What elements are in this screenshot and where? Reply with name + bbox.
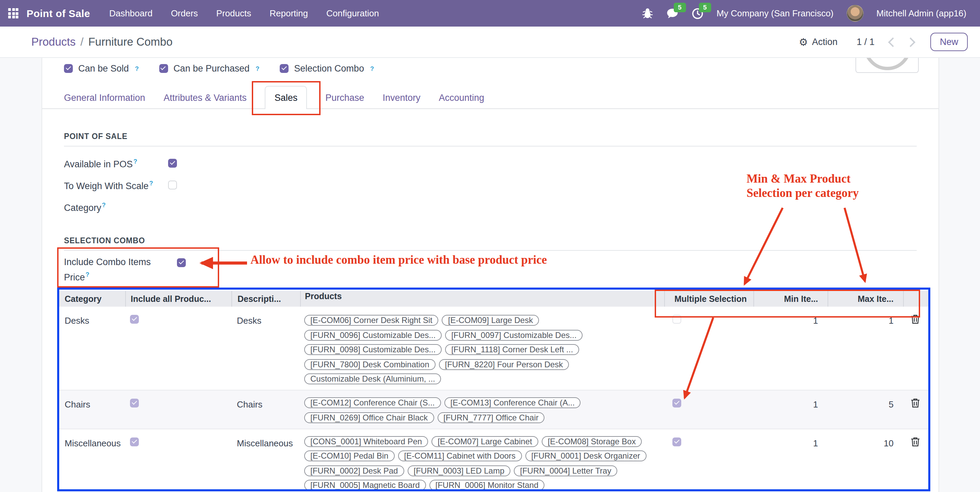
product-tag[interactable]: [CONS_0001] Whiteboard Pen (304, 436, 428, 447)
action-menu-button[interactable]: ⚙ Action (799, 37, 837, 47)
pager-next-icon[interactable] (906, 37, 915, 47)
product-tag[interactable]: [FURN_0006] Monitor Stand (430, 480, 545, 490)
product-tag[interactable]: [FURN_0004] Letter Tray (514, 465, 617, 476)
product-tag[interactable]: [FURN_0096] Customizable Des... (304, 329, 442, 340)
breadcrumb-controls: ⚙ Action 1 / 1 New (799, 33, 968, 51)
product-tag[interactable]: [FURN_8220] Four Person Desk (439, 359, 569, 370)
header-include-all-products[interactable]: Include all Produc... (125, 291, 231, 307)
cell-min-items[interactable]: 1 (753, 307, 827, 326)
app-name[interactable]: Point of Sale (27, 8, 90, 19)
messages-icon[interactable]: 5 (666, 7, 679, 19)
available-in-pos-label: Available in POS? (64, 158, 137, 169)
product-tag[interactable]: [FURN_7777] Office Chair (437, 412, 545, 423)
new-button[interactable]: New (930, 33, 968, 51)
page-title: Furniture Combo (88, 35, 172, 48)
menu-products[interactable]: Products (216, 8, 251, 18)
product-tag[interactable]: [E-COM11] Cabinet with Doors (398, 450, 522, 461)
to-weigh-checkbox[interactable] (168, 181, 177, 189)
product-tag[interactable]: [FURN_0001] Desk Organizer (525, 450, 646, 461)
product-tag[interactable]: [E-COM12] Conference Chair (S... (304, 397, 441, 408)
tab-accounting[interactable]: Accounting (439, 92, 484, 102)
selection-combo-section-title: SELECTION COMBO (64, 236, 917, 251)
can-be-purchased-field[interactable]: Can be Purchased? (159, 63, 259, 73)
include-all-checkbox[interactable] (130, 315, 139, 324)
menu-dashboard[interactable]: Dashboard (109, 8, 153, 18)
user-avatar[interactable] (846, 5, 864, 22)
activities-badge: 5 (699, 2, 711, 12)
header-products[interactable]: Products (300, 291, 664, 307)
header-max-items[interactable]: Max Ite... (827, 291, 903, 307)
cell-products[interactable]: [E-COM06] Corner Desk Right Sit[E-COM09]… (300, 307, 664, 390)
multiple-selection-checkbox[interactable] (672, 399, 681, 407)
product-tag[interactable]: [FURN_0002] Desk Pad (304, 465, 404, 476)
include-all-checkbox[interactable] (130, 399, 139, 407)
trash-icon[interactable] (911, 314, 920, 324)
cell-category[interactable]: Chairs (59, 390, 125, 409)
tab-general-information[interactable]: General Information (64, 92, 145, 102)
multiple-selection-checkbox[interactable] (672, 437, 681, 446)
cell-min-items[interactable]: 1 (753, 390, 827, 409)
table-row-desks[interactable]: Desks Desks [E-COM06] Corner Desk Right … (59, 307, 928, 390)
can-be-sold-checkbox[interactable] (64, 64, 73, 73)
product-tag[interactable]: [FURN_0098] Customizable Des... (304, 344, 442, 355)
product-tag[interactable]: Customizable Desk (Aluminium, ... (304, 374, 441, 384)
apps-grid-icon[interactable] (8, 8, 18, 18)
header-min-items[interactable]: Min Ite... (753, 291, 827, 307)
multiple-selection-checkbox[interactable] (672, 315, 681, 324)
product-tag[interactable]: [E-COM07] Large Cabinet (431, 436, 538, 447)
cell-products[interactable]: [E-COM12] Conference Chair (S...[E-COM13… (300, 390, 664, 428)
header-description[interactable]: Descripti... (231, 291, 300, 307)
debug-bug-icon[interactable] (642, 8, 653, 19)
user-menu[interactable]: Mitchell Admin (app16) (877, 8, 966, 18)
cell-max-items[interactable]: 10 (827, 429, 903, 448)
cell-description[interactable]: Miscellaneous (231, 429, 300, 448)
product-tag[interactable]: [FURN_0005] Magnetic Board (304, 480, 426, 490)
product-tag[interactable]: [E-COM13] Conference Chair (A... (444, 397, 581, 408)
table-row-chairs[interactable]: Chairs Chairs [E-COM12] Conference Chair… (59, 390, 928, 428)
product-tag[interactable]: [FURN_0269] Office Chair Black (304, 412, 434, 423)
tab-attributes-variants[interactable]: Attributes & Variants (164, 92, 247, 102)
product-tag[interactable]: [FURN_1118] Corner Desk Left ... (445, 344, 579, 355)
include-combo-items-price-checkbox[interactable] (177, 258, 186, 267)
can-be-sold-field[interactable]: Can be Sold? (64, 63, 139, 73)
trash-icon[interactable] (911, 436, 920, 447)
tab-inventory[interactable]: Inventory (382, 92, 420, 102)
cell-category[interactable]: Desks (59, 307, 125, 326)
cell-max-items[interactable]: 1 (827, 307, 903, 326)
tab-purchase[interactable]: Purchase (325, 92, 364, 102)
selection-combo-field[interactable]: Selection Combo? (280, 63, 374, 73)
breadcrumb-separator: / (80, 35, 83, 48)
product-tag[interactable]: [FURN_0003] LED Lamp (407, 465, 511, 476)
breadcrumb-products-link[interactable]: Products (31, 35, 76, 48)
product-tag[interactable]: [FURN_7800] Desk Combination (304, 359, 436, 370)
header-category[interactable]: Category (59, 291, 125, 307)
pager-previous-icon[interactable] (888, 37, 898, 47)
can-be-purchased-checkbox[interactable] (159, 64, 168, 73)
table-row-miscellaneous[interactable]: Miscellaneous Miscellaneous [CONS_0001] … (59, 428, 928, 491)
product-tag[interactable]: [FURN_0097] Customizable Des... (445, 329, 582, 340)
menu-configuration[interactable]: Configuration (326, 8, 379, 18)
product-tag[interactable]: [E-COM09] Large Desk (442, 315, 539, 326)
cell-products[interactable]: [CONS_0001] Whiteboard Pen[E-COM07] Larg… (300, 429, 664, 491)
combo-lines-table: Category Include all Produc... Descripti… (59, 291, 928, 491)
available-in-pos-checkbox[interactable] (168, 159, 177, 168)
cell-min-items[interactable]: 1 (753, 429, 827, 448)
tab-sales[interactable]: Sales (265, 86, 307, 109)
activities-clock-icon[interactable]: 5 (692, 7, 704, 19)
cell-description[interactable]: Desks (231, 307, 300, 326)
company-switcher[interactable]: My Company (San Francisco) (717, 8, 834, 18)
menu-reporting[interactable]: Reporting (269, 8, 308, 18)
product-tag[interactable]: [E-COM06] Corner Desk Right Sit (304, 315, 439, 326)
include-all-checkbox[interactable] (130, 437, 139, 446)
trash-icon[interactable] (911, 398, 920, 408)
product-tag[interactable]: [E-COM08] Storage Box (542, 436, 642, 447)
menu-orders[interactable]: Orders (171, 8, 198, 18)
cell-description[interactable]: Chairs (231, 390, 300, 409)
product-image-placeholder[interactable] (856, 58, 919, 73)
header-multiple-selection[interactable]: Multiple Selection (664, 291, 753, 307)
cell-max-items[interactable]: 5 (827, 390, 903, 409)
cell-category[interactable]: Miscellaneous (59, 429, 125, 448)
product-tag[interactable]: [E-COM10] Pedal Bin (304, 450, 395, 461)
price-note-annotation: Allow to include combo item price with b… (250, 253, 547, 267)
selection-combo-checkbox[interactable] (280, 64, 288, 73)
